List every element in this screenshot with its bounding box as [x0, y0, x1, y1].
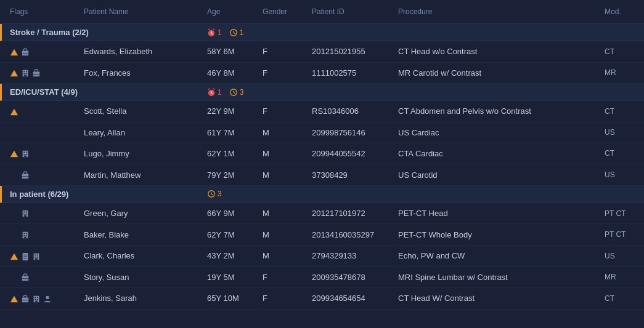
modality: PT CT	[601, 207, 638, 220]
patient-gender: M	[259, 249, 308, 263]
patient-age: 22Y 9M	[203, 104, 259, 118]
group-badges: 13	[207, 88, 638, 97]
svg-rect-43	[26, 212, 27, 213]
patient-name: Leary, Allan	[80, 126, 203, 140]
patient-age: 19Y 5M	[203, 270, 259, 284]
modality: CT	[601, 45, 638, 58]
table-row[interactable]: Jenkins, Sarah65Y 10MF209934654654CT Hea…	[0, 288, 644, 310]
procedure: PET-CT Head	[394, 206, 601, 220]
patient-name: Edwards, Elizabeth	[80, 44, 203, 58]
building-icon	[21, 230, 30, 239]
svg-rect-48	[23, 233, 25, 234]
table-row[interactable]: Leary, Allan61Y 7MM209998756146US Cardia…	[0, 122, 644, 143]
svg-rect-52	[24, 237, 26, 239]
patient-name: Green, Gary	[80, 206, 203, 220]
patient-gender: F	[259, 66, 308, 80]
patient-name: Jenkins, Sarah	[80, 291, 203, 305]
badge: 1	[207, 28, 222, 37]
flags-cell	[6, 291, 80, 306]
modality: US	[601, 126, 638, 139]
group-label: ED/ICU/STAT (4/9)	[10, 87, 207, 97]
svg-rect-14	[26, 71, 27, 73]
svg-rect-63	[35, 258, 38, 260]
table-row[interactable]: Baker, Blake62Y 7MM20134160035297PET-CT …	[0, 224, 644, 246]
patient-id: 201215021955	[308, 44, 394, 58]
procedure: CT Head w/o Contrast	[394, 44, 601, 58]
patient-age: 58Y 6M	[203, 44, 259, 58]
patient-name: Clark, Charles	[80, 249, 203, 263]
patient-name: Fox, Frances	[80, 66, 203, 80]
badge: 3	[207, 190, 222, 198]
patient-age: 79Y 2M	[203, 168, 259, 182]
svg-rect-32	[26, 152, 27, 153]
svg-rect-49	[26, 233, 27, 234]
table-row[interactable]: Story, Susan19Y 5MF200935478678MRI Spine…	[0, 267, 644, 289]
svg-rect-35	[24, 156, 26, 158]
svg-rect-31	[23, 152, 25, 153]
modality: US	[601, 249, 638, 263]
procedure: PET-CT Whole Body	[394, 228, 601, 242]
patient-id: 209944055542	[308, 146, 394, 161]
patient-id: 2794329133	[308, 249, 394, 263]
table-row[interactable]: Fox, Frances46Y 8MF1111002575MR Carotid …	[0, 63, 644, 84]
patient-name: Martin, Matthew	[80, 168, 203, 182]
table-header: Flags Patient Name Age Gender Patient ID…	[0, 0, 644, 24]
flags-cell	[6, 206, 80, 221]
group-header-1[interactable]: ED/ICU/STAT (4/9)13	[0, 84, 644, 101]
briefcase-icon	[21, 170, 30, 180]
header-patient-name: Patient Name	[80, 5, 203, 18]
table-row[interactable]: Martin, Matthew79Y 2MM37308429US Carotid…	[0, 164, 644, 186]
group-header-0[interactable]: Stroke / Trauma (2/2)11	[0, 24, 644, 41]
table-row[interactable]: Clark, Charles43Y 2MM2794329133Echo, PW …	[0, 246, 644, 267]
svg-rect-16	[26, 73, 27, 74]
svg-line-3	[208, 28, 210, 30]
header-modality: Mod.	[601, 5, 638, 18]
building-icon	[21, 68, 30, 78]
svg-rect-71	[37, 297, 38, 298]
warning-icon	[10, 106, 18, 116]
building-icon	[32, 251, 41, 261]
svg-rect-34	[26, 154, 27, 155]
group-header-2[interactable]: In patient (6/29)3	[0, 186, 644, 203]
svg-marker-66	[10, 295, 18, 302]
svg-rect-17	[24, 75, 26, 77]
patient-age: 61Y 7M	[203, 126, 259, 140]
patient-id: 37308429	[308, 168, 394, 182]
patient-id: 200935478678	[308, 270, 394, 284]
svg-rect-50	[23, 235, 25, 236]
patient-name: Story, Susan	[80, 270, 203, 284]
svg-rect-44	[23, 214, 25, 215]
badge: 3	[229, 88, 244, 97]
patient-id: RS10346006	[308, 104, 394, 118]
patient-gender: F	[259, 291, 308, 305]
patient-age: 62Y 7M	[203, 228, 259, 242]
warning-icon	[10, 149, 18, 159]
patient-gender: F	[259, 104, 308, 118]
table-row[interactable]: Edwards, Elizabeth58Y 6MF201215021955CT …	[0, 41, 644, 63]
svg-rect-62	[37, 257, 38, 258]
patient-name: Baker, Blake	[80, 228, 203, 242]
svg-rect-72	[35, 299, 36, 300]
patient-id: 201217101972	[308, 206, 394, 220]
patient-name: Scott, Stella	[80, 104, 203, 118]
table-row[interactable]: Scott, Stella22Y 9MFRS10346006CT Abdomen…	[0, 101, 644, 122]
warning-icon	[10, 251, 18, 261]
patient-age: 46Y 8M	[203, 66, 259, 80]
svg-rect-33	[23, 154, 25, 155]
patient-gender: M	[259, 126, 308, 140]
procedure: US Carotid	[394, 168, 601, 182]
svg-rect-45	[26, 214, 27, 215]
flags-cell	[6, 146, 80, 161]
patient-age: 43Y 2M	[203, 249, 259, 263]
svg-line-27	[234, 92, 235, 94]
svg-rect-42	[23, 212, 25, 213]
table-row[interactable]: Green, Gary66Y 9MM201217101972PET-CT Hea…	[0, 203, 644, 225]
table-row[interactable]: Lugo, Jimmy62Y 1MM209944055542CTA Cardia…	[0, 143, 644, 165]
modality: US	[601, 168, 638, 182]
patient-age: 65Y 10M	[203, 291, 259, 305]
svg-line-4	[213, 28, 215, 30]
header-patient-id: Patient ID	[308, 5, 394, 18]
group-badges: 11	[207, 28, 638, 37]
briefcase-icon	[32, 68, 41, 78]
modality: MR	[601, 270, 638, 284]
